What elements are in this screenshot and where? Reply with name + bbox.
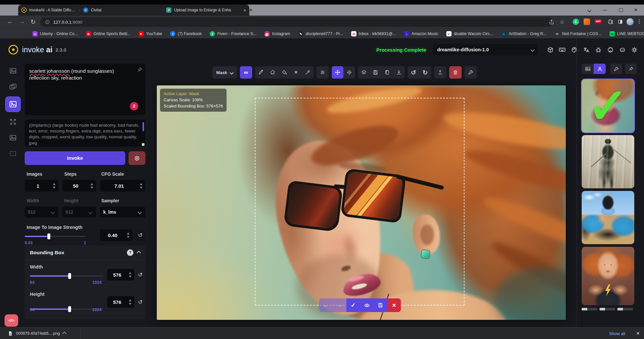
stepper-up[interactable] (129, 272, 131, 274)
staging-discard-button[interactable]: × (387, 298, 401, 312)
bookmark-star-icon[interactable]: ☆ (560, 19, 564, 25)
layer-select[interactable]: Mask (212, 66, 237, 79)
stepper-down[interactable] (140, 187, 142, 189)
discord-button[interactable] (618, 45, 627, 54)
resize-handle[interactable] (142, 143, 144, 146)
tab-postprocessing[interactable] (7, 116, 19, 128)
sampler-select[interactable]: k_lms (100, 207, 145, 218)
bounding-box-overlay[interactable] (255, 98, 464, 306)
tab-search-button[interactable] (584, 6, 594, 14)
images-input[interactable]: 1 (25, 180, 58, 192)
language-button[interactable] (582, 45, 591, 54)
bookmark-youtube[interactable]: ▶YouTube (139, 31, 162, 36)
bookmark-wacom[interactable]: ✓disable Wacom Circ... (446, 31, 493, 36)
tab-unified-canvas[interactable] (6, 97, 20, 112)
upload-image-button[interactable] (434, 66, 446, 79)
model-select[interactable]: dreamlike-diffusion-1.0 (433, 44, 538, 55)
show-all-downloads-link[interactable]: Show all (609, 328, 625, 339)
cfg-scale-input[interactable]: 7.01 (100, 180, 145, 192)
cancel-button[interactable]: ⊗ (129, 151, 145, 165)
canvas-settings-button[interactable] (464, 66, 477, 79)
reset-view-button[interactable] (343, 66, 355, 79)
copy-to-clipboard-button[interactable] (381, 66, 393, 79)
share-icon[interactable] (549, 19, 554, 25)
bookmark-webtoon[interactable]: WLINE WEBTOON - G... (610, 31, 644, 36)
browser-tab-upload[interactable]: ⇗ Upload Image to Enlarge & Enha × (163, 5, 249, 16)
stepper-up[interactable] (140, 183, 142, 185)
extensions-puzzle-icon[interactable] (608, 19, 613, 25)
gallery-settings-button[interactable] (610, 64, 622, 74)
bbox-width-reset-button[interactable]: ↺ (136, 270, 144, 280)
color-picker-button[interactable] (302, 66, 314, 79)
height-select[interactable]: 512 (62, 207, 96, 218)
gallery-thumbnail[interactable] (582, 135, 634, 188)
slider-handle[interactable] (68, 273, 71, 279)
staging-toggle-visibility-button[interactable] (360, 298, 374, 312)
unified-canvas[interactable]: Active Layer: Mask Canvas Scale: 108% Sc… (157, 85, 566, 320)
scrollbar[interactable] (142, 122, 144, 131)
stepper-up[interactable] (129, 299, 131, 301)
staging-save-button[interactable] (374, 298, 387, 312)
staging-previous-button[interactable]: ← (319, 298, 333, 312)
undo-button[interactable]: ↺ (408, 66, 419, 79)
window-close-button[interactable]: × (631, 6, 641, 14)
gallery-thumbnail[interactable] (582, 191, 634, 244)
gallery-images-tab[interactable] (582, 64, 594, 74)
reload-button[interactable]: ↻ (31, 18, 36, 26)
i2i-strength-input[interactable]: 0.40 (100, 229, 132, 241)
brush-options-button[interactable] (316, 66, 329, 79)
merge-visible-button[interactable] (358, 66, 370, 79)
invoke-button[interactable]: Invoke (25, 151, 125, 165)
bbox-height-reset-button[interactable]: ↺ (136, 297, 144, 307)
adblock-plus-icon[interactable]: ABP (595, 19, 602, 23)
bookmark-sports[interactable]: BOnline Sports Betti... (86, 31, 131, 36)
stepper-down[interactable] (129, 303, 131, 305)
console-toggle-button[interactable]: </> (5, 314, 18, 327)
mask-options-button[interactable]: ∞ (240, 66, 252, 79)
tab-training[interactable] (7, 148, 19, 159)
brush-tool-button[interactable] (255, 66, 267, 79)
window-maximize-button[interactable] (616, 6, 626, 14)
theme-button[interactable] (570, 45, 579, 54)
address-bar[interactable]: 127.0.0.1:9090 (40, 17, 553, 27)
collapse-chevron-icon[interactable] (137, 251, 141, 255)
site-info-icon[interactable] (45, 19, 50, 25)
settings-button[interactable] (630, 45, 639, 54)
erase-bounding-box-button[interactable]: × (290, 66, 302, 79)
tab-text-to-image[interactable] (7, 65, 19, 77)
browser-tab-civitai[interactable]: C Civitai × (80, 5, 168, 16)
bookmark-amazon-music[interactable]: ♪Amazon Music (404, 31, 438, 36)
bookmark-artstation[interactable]: AArtStation - Greg R... (501, 31, 547, 36)
hotkeys-button[interactable] (558, 45, 567, 54)
i2i-strength-slider[interactable] (25, 233, 86, 239)
help-icon[interactable]: ? (127, 249, 133, 256)
tab-image-to-image[interactable] (7, 81, 19, 93)
extension-orange-icon[interactable] (584, 19, 590, 25)
stepper-up[interactable] (53, 183, 56, 185)
bbox-width-slider[interactable] (30, 273, 103, 279)
clear-canvas-button[interactable] (449, 66, 462, 79)
download-image-button[interactable] (393, 66, 405, 79)
staging-accept-button[interactable]: ✓ (346, 298, 360, 312)
i2i-reset-button[interactable]: ↺ (135, 229, 145, 241)
eraser-tool-button[interactable] (267, 66, 279, 79)
fill-bounding-box-button[interactable] (279, 66, 290, 79)
back-button[interactable]: ← (7, 18, 13, 25)
gallery-user-tab[interactable] (594, 64, 606, 74)
stepper-down[interactable] (127, 236, 130, 238)
report-bug-button[interactable] (594, 45, 603, 54)
model-manager-button[interactable] (546, 45, 555, 54)
stepper-down[interactable] (129, 276, 131, 278)
width-select[interactable]: 512 (25, 207, 58, 218)
bounding-box-header[interactable]: Bounding Box ? (25, 245, 145, 260)
staging-next-button[interactable]: → (333, 298, 346, 312)
bookmark-fiverr[interactable]: fFiverr - Freelance S... (210, 31, 256, 36)
bookmark-discipleneil[interactable]: ✎discipleneil777 - Pr... (298, 31, 343, 36)
gallery-thumbnail[interactable] (582, 247, 634, 305)
gallery-resize-handle[interactable] (576, 38, 577, 327)
bookmark-inbox[interactable]: MInbox - klk56831@... (351, 31, 396, 36)
github-button[interactable] (606, 45, 615, 54)
stepper-down[interactable] (53, 187, 56, 189)
stepper-up[interactable] (127, 232, 130, 234)
slider-handle[interactable] (68, 306, 71, 312)
